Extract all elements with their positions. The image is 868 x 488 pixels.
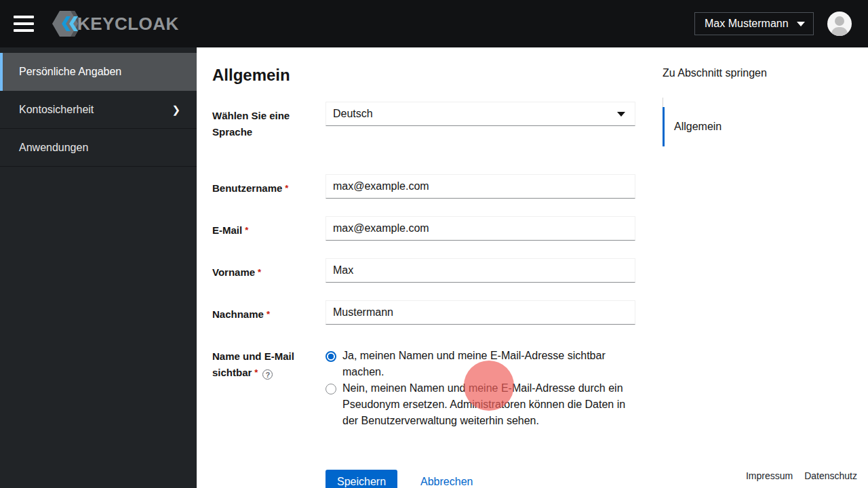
brand-text: KEYCLOAK (77, 14, 179, 35)
radio-option-yes-label: Ja, meinen Namen und meine E-Mail-Adress… (342, 348, 635, 380)
required-asterisk: * (258, 267, 261, 277)
visibility-label: Name und E-Mail sichtbar (212, 350, 294, 378)
radio-option-yes[interactable]: Ja, meinen Namen und meine E-Mail-Adress… (326, 348, 635, 380)
firstname-label: Vorname (212, 266, 255, 278)
form-row-firstname: Vorname* (212, 258, 653, 283)
email-input[interactable] (326, 216, 635, 241)
sidebar-item-account-security[interactable]: Kontosicherheit ❯ (0, 91, 197, 129)
form-row-lastname: Nachname* (212, 300, 653, 325)
save-button[interactable]: Speichern (326, 470, 397, 488)
form-row-language: Wählen Sie eine Sprache Deutsch (212, 102, 653, 140)
footer-link-impressum[interactable]: Impressum (746, 470, 793, 481)
radio-option-no-label: Nein, meinen Namen und meine E-Mail-Adre… (342, 380, 635, 429)
sidebar-item-label: Persönliche Angaben (19, 66, 121, 78)
required-asterisk: * (254, 367, 258, 378)
hamburger-menu-icon[interactable] (14, 16, 34, 32)
language-label: Wählen Sie eine Sprache (212, 102, 326, 140)
lastname-input[interactable] (326, 300, 635, 325)
top-bar: KEYCLOAK Max Mustermann (0, 0, 868, 47)
keycloak-logo: KEYCLOAK (52, 9, 179, 39)
language-select[interactable]: Deutsch (326, 102, 635, 126)
jump-links-list: Allgemein (663, 98, 812, 142)
form-row-username: Benutzername* (212, 174, 653, 199)
email-label: E-Mail (212, 224, 242, 236)
sidebar-item-personal-info[interactable]: Persönliche Angaben (0, 53, 197, 91)
chevron-right-icon: ❯ (172, 104, 180, 116)
cancel-button[interactable]: Abbrechen (420, 476, 473, 488)
lastname-label: Nachname (212, 308, 264, 320)
user-menu-dropdown[interactable]: Max Mustermann (694, 12, 814, 35)
footer: Impressum Datenschutz (746, 470, 857, 481)
form-row-email: E-Mail* (212, 216, 653, 241)
sidebar-item-label: Anwendungen (19, 142, 88, 154)
avatar[interactable] (827, 12, 852, 36)
required-asterisk: * (285, 183, 288, 193)
jump-panel-title: Zu Abschnitt springen (663, 67, 812, 79)
required-asterisk: * (245, 225, 248, 235)
sidebar-item-label: Kontosicherheit (19, 104, 94, 116)
caret-down-icon (617, 112, 625, 117)
radio-option-no[interactable]: Nein, meinen Namen und meine E-Mail-Adre… (326, 380, 635, 429)
form-actions: Speichern Abbrechen (326, 470, 653, 488)
language-selected-value: Deutsch (333, 108, 373, 120)
firstname-input[interactable] (326, 258, 635, 283)
help-icon[interactable]: ? (262, 369, 273, 380)
radio-unchecked-icon[interactable] (326, 384, 336, 394)
user-name: Max Mustermann (705, 18, 789, 30)
main-content: Allgemein Wählen Sie eine Sprache Deutsc… (197, 47, 868, 488)
caret-down-icon (797, 22, 805, 26)
sidebar: Persönliche Angaben Kontosicherheit ❯ An… (0, 47, 197, 488)
username-input[interactable] (326, 174, 635, 199)
sidebar-item-applications[interactable]: Anwendungen (0, 129, 197, 167)
page-title: Allgemein (212, 66, 290, 85)
personal-info-form: Wählen Sie eine Sprache Deutsch Benutzer… (212, 102, 653, 488)
required-asterisk: * (267, 309, 270, 319)
jump-link-general[interactable]: Allgemein (663, 111, 812, 142)
username-label: Benutzername (212, 182, 282, 194)
form-row-visibility: Name und E-Mail sichtbar*? Ja, meinen Na… (212, 342, 653, 429)
radio-checked-icon[interactable] (326, 351, 336, 362)
avatar-person-icon (835, 16, 844, 26)
footer-link-datenschutz[interactable]: Datenschutz (804, 470, 857, 481)
jump-links-panel: Zu Abschnitt springen Allgemein (663, 67, 812, 142)
visibility-radio-group: Ja, meinen Namen und meine E-Mail-Adress… (326, 342, 635, 429)
